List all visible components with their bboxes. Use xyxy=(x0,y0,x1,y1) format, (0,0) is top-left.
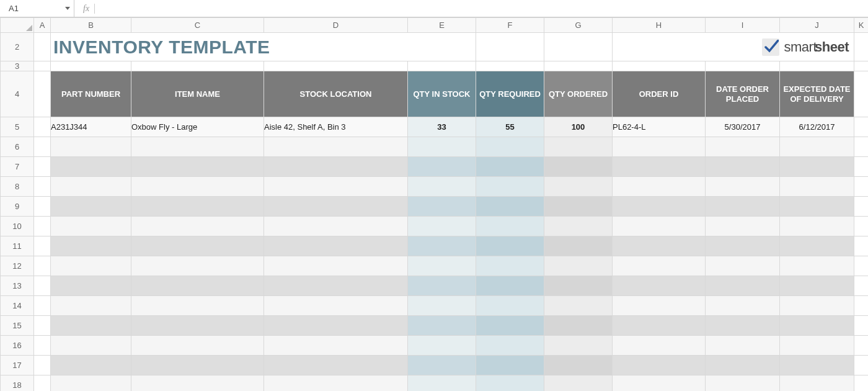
cell[interactable] xyxy=(544,375,613,392)
cell[interactable] xyxy=(264,256,408,276)
cell[interactable] xyxy=(34,375,51,392)
cell[interactable] xyxy=(613,336,706,356)
cell[interactable] xyxy=(780,236,854,256)
cell[interactable] xyxy=(51,256,131,276)
cell[interactable] xyxy=(780,336,854,356)
cell[interactable] xyxy=(408,256,476,276)
cell[interactable] xyxy=(613,137,706,157)
cell[interactable] xyxy=(544,256,613,276)
cell[interactable] xyxy=(476,33,544,61)
cell[interactable] xyxy=(131,296,264,316)
cell[interactable] xyxy=(408,375,476,392)
cell[interactable] xyxy=(613,197,706,217)
cell[interactable] xyxy=(51,236,131,256)
cell[interactable] xyxy=(476,137,544,157)
cell[interactable] xyxy=(544,177,613,197)
column-header[interactable]: A xyxy=(34,18,51,33)
cell[interactable] xyxy=(34,296,51,316)
cell[interactable] xyxy=(264,157,408,177)
cell[interactable] xyxy=(476,61,544,71)
row-header[interactable]: 13 xyxy=(1,276,34,296)
column-header[interactable]: G xyxy=(544,18,613,33)
cell[interactable] xyxy=(780,137,854,157)
cell-stock-location[interactable]: Aisle 42, Shelf A, Bin 3 xyxy=(264,117,408,137)
cell[interactable] xyxy=(854,316,869,336)
cell[interactable] xyxy=(706,276,780,296)
cell[interactable] xyxy=(476,217,544,236)
cell[interactable] xyxy=(264,236,408,256)
cell[interactable] xyxy=(34,137,51,157)
cell[interactable] xyxy=(780,316,854,336)
cell[interactable] xyxy=(51,375,131,392)
row-header[interactable]: 17 xyxy=(1,356,34,375)
cell[interactable] xyxy=(780,157,854,177)
cell-expected-delivery[interactable]: 6/12/2017 xyxy=(780,117,854,137)
logo-cell[interactable]: smartsheet xyxy=(613,33,854,61)
cell[interactable] xyxy=(264,177,408,197)
row-header[interactable]: 6 xyxy=(1,137,34,157)
cell[interactable] xyxy=(34,71,51,117)
header-order-id[interactable]: ORDER ID xyxy=(613,71,706,117)
cell[interactable] xyxy=(476,197,544,217)
cell[interactable] xyxy=(51,276,131,296)
cell[interactable] xyxy=(34,356,51,375)
cell[interactable] xyxy=(780,217,854,236)
cell[interactable] xyxy=(476,177,544,197)
cell[interactable] xyxy=(544,197,613,217)
cell[interactable] xyxy=(854,197,869,217)
cell[interactable] xyxy=(131,336,264,356)
cell-order-id[interactable]: PL62-4-L xyxy=(613,117,706,137)
cell[interactable] xyxy=(408,236,476,256)
cell[interactable] xyxy=(854,157,869,177)
cell[interactable] xyxy=(854,177,869,197)
cell[interactable] xyxy=(34,33,51,61)
cell[interactable] xyxy=(34,336,51,356)
cell[interactable] xyxy=(854,71,869,117)
cell[interactable] xyxy=(34,177,51,197)
cell[interactable] xyxy=(264,316,408,336)
column-header[interactable]: E xyxy=(408,18,476,33)
header-qty-required[interactable]: QTY REQUIRED xyxy=(476,71,544,117)
cell[interactable] xyxy=(544,61,613,71)
column-header[interactable]: D xyxy=(264,18,408,33)
cell[interactable] xyxy=(408,157,476,177)
cell[interactable] xyxy=(131,157,264,177)
cell[interactable] xyxy=(706,157,780,177)
row-header[interactable]: 5 xyxy=(1,117,34,137)
cell[interactable] xyxy=(476,276,544,296)
cell[interactable] xyxy=(613,157,706,177)
cell[interactable] xyxy=(264,276,408,296)
cell[interactable] xyxy=(131,177,264,197)
formula-input-area[interactable]: fx xyxy=(74,4,95,14)
name-box[interactable]: A1 xyxy=(0,0,74,17)
cell[interactable] xyxy=(544,276,613,296)
cell[interactable] xyxy=(34,157,51,177)
cell[interactable] xyxy=(854,375,869,392)
cell[interactable] xyxy=(780,356,854,375)
row-header[interactable]: 12 xyxy=(1,256,34,276)
cell[interactable] xyxy=(264,375,408,392)
row-header[interactable]: 8 xyxy=(1,177,34,197)
cell[interactable] xyxy=(544,296,613,316)
cell[interactable] xyxy=(780,256,854,276)
cell[interactable] xyxy=(34,117,51,137)
cell[interactable] xyxy=(131,256,264,276)
cell[interactable] xyxy=(131,375,264,392)
cell[interactable] xyxy=(544,217,613,236)
cell[interactable] xyxy=(613,316,706,336)
cell[interactable] xyxy=(264,137,408,157)
column-header[interactable]: F xyxy=(476,18,544,33)
cell-qty-required[interactable]: 55 xyxy=(476,117,544,137)
cell[interactable] xyxy=(854,61,869,71)
cell[interactable] xyxy=(706,375,780,392)
cell[interactable] xyxy=(264,356,408,375)
row-header[interactable]: 11 xyxy=(1,236,34,256)
header-expected-delivery[interactable]: EXPECTED DATE OF DELIVERY xyxy=(780,71,854,117)
cell[interactable] xyxy=(408,316,476,336)
cell[interactable] xyxy=(476,316,544,336)
cell[interactable] xyxy=(544,336,613,356)
cell[interactable] xyxy=(51,336,131,356)
cell[interactable] xyxy=(780,375,854,392)
row-header[interactable]: 3 xyxy=(1,61,34,71)
cell[interactable] xyxy=(264,296,408,316)
